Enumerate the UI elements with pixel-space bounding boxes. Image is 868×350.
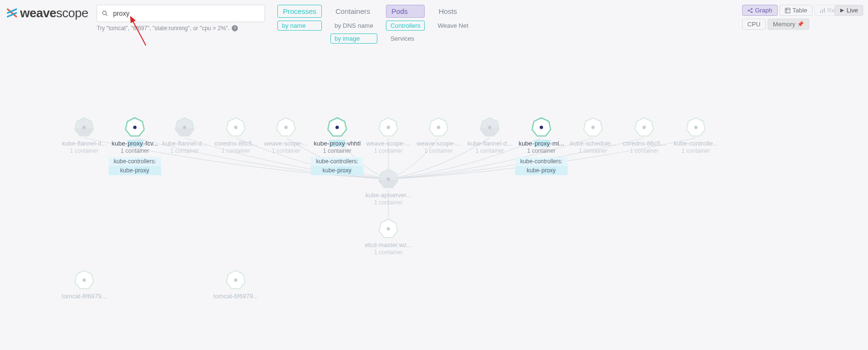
pod-sublabel: 1 container <box>362 147 415 154</box>
topo-pods-services[interactable]: Services <box>386 34 425 44</box>
pod-icon <box>275 117 297 138</box>
match-meta: kube-controllers: kube-proxy <box>109 157 161 175</box>
logo-light: scope <box>56 6 88 20</box>
pod-icon <box>74 117 95 138</box>
topo-hosts-weavenet[interactable]: Weave Net <box>433 21 472 31</box>
search-icon <box>102 10 108 17</box>
pod-sublabel: 1 container <box>362 249 415 256</box>
pod-icon <box>685 117 706 138</box>
pod-sublabel: 1 container <box>618 147 670 154</box>
pod-node[interactable]: kube-proxy-ml... 1 container kube-contro… <box>515 117 568 175</box>
pod-label: kube-proxy-vhhtl <box>311 140 363 147</box>
svg-rect-10 <box>820 11 821 13</box>
pod-node[interactable]: kube-flannel-d... 1 container <box>58 117 110 154</box>
pod-icon <box>531 117 552 138</box>
topo-processes-by-name[interactable]: by name <box>277 21 321 31</box>
pod-sublabel: 1 container <box>209 147 262 154</box>
pod-node[interactable]: weave-scope-... 1 container <box>412 117 465 154</box>
help-icon[interactable]: ? <box>231 25 238 32</box>
pod-node[interactable]: coredns-86c5... 1 container <box>209 117 262 154</box>
metric-cpu[interactable]: CPU <box>742 19 766 30</box>
svg-text:?: ? <box>233 26 236 31</box>
topo-pods-controllers[interactable]: Controllers <box>386 21 425 31</box>
pod-node[interactable]: kube-flannel-d... 1 container <box>463 117 516 154</box>
pod-label: weave-scope-... <box>412 140 465 147</box>
pod-icon <box>378 117 399 138</box>
topo-containers-by-dns[interactable]: by DNS name <box>330 21 378 31</box>
pod-sublabel: 1 container <box>670 147 722 154</box>
pod-node[interactable]: coredns-86c5... 1 container <box>618 117 670 154</box>
match-meta: kube-controllers: kube-proxy <box>311 157 363 175</box>
pod-icon <box>378 218 399 239</box>
search-input[interactable] <box>112 9 260 18</box>
pod-sublabel: 1 container <box>412 147 465 154</box>
pod-icon <box>634 117 655 138</box>
pod-node[interactable]: kube-flannel-d... 1 container <box>158 117 211 154</box>
pod-sublabel: 1 container <box>567 147 619 154</box>
pod-sublabel: 1 container <box>515 147 568 154</box>
pod-label: kube-flannel-d... <box>58 140 110 147</box>
resources-icon <box>820 8 825 13</box>
search-box[interactable] <box>97 5 265 22</box>
pod-sublabel: 1 container <box>58 147 110 154</box>
pod-label: kube-controlle... <box>670 140 722 147</box>
pod-node[interactable]: kube-apiserver... 1 container <box>362 169 415 206</box>
pod-node[interactable]: etcd-master.wz... 1 container <box>362 218 415 256</box>
pod-sublabel: 1 container <box>463 147 516 154</box>
pod-label: coredns-86c5... <box>618 140 670 147</box>
pod-node[interactable]: weave-scope-... 1 container <box>362 117 415 154</box>
logo-icon <box>6 7 18 19</box>
pod-label: weave-scope-... <box>260 140 312 147</box>
svg-point-0 <box>103 11 107 15</box>
topo-containers-by-image[interactable]: by image <box>330 34 378 44</box>
metric-memory[interactable]: Memory 📌 <box>768 19 809 30</box>
play-icon <box>840 8 845 13</box>
logo: weavescope <box>6 5 88 21</box>
svg-rect-7 <box>785 8 790 13</box>
header: weavescope Try "tomcat", "6f697", "state… <box>0 0 868 44</box>
pod-label: kube-flannel-d... <box>463 140 516 147</box>
pod-icon <box>225 117 246 138</box>
pod-label: kube-flannel-d... <box>158 140 211 147</box>
pod-node[interactable]: tomcat-6f6979... <box>58 270 110 300</box>
pod-label: kube-proxy-fcv... <box>109 140 161 147</box>
pod-node[interactable]: kube-proxy-fcv... 1 container kube-contr… <box>109 117 161 175</box>
topo-pods[interactable]: Pods <box>386 5 425 18</box>
view-table[interactable]: Table <box>780 5 813 16</box>
pod-icon <box>327 117 348 138</box>
logo-bold: weave <box>20 6 56 20</box>
pod-sublabel: 1 container <box>362 199 415 206</box>
pod-node[interactable]: weave-scope-... 1 container <box>260 117 312 154</box>
match-meta: kube-controllers: kube-proxy <box>515 157 568 175</box>
pod-label: kube-schedule... <box>567 140 619 147</box>
pod-sublabel: 1 container <box>158 147 211 154</box>
pin-icon: 📌 <box>797 21 804 27</box>
pod-icon <box>582 117 604 138</box>
svg-rect-12 <box>824 8 825 13</box>
pod-label: weave-scope-... <box>362 140 415 147</box>
pod-sublabel: 1 container <box>109 147 161 154</box>
pod-label: tomcat-6f6979... <box>209 293 262 300</box>
pod-icon <box>174 117 195 138</box>
pod-sublabel: 1 container <box>260 147 312 154</box>
pod-icon <box>378 169 399 190</box>
pod-label: tomcat-6f6979... <box>58 293 110 300</box>
table-icon <box>785 8 791 13</box>
pod-node[interactable]: tomcat-6f6979... <box>209 270 262 300</box>
pod-node[interactable]: kube-schedule... 1 container <box>567 117 619 154</box>
pod-icon <box>428 117 449 138</box>
pod-node[interactable]: kube-controlle... 1 container <box>670 117 722 154</box>
live-button[interactable]: Live <box>835 5 863 16</box>
pod-icon <box>124 117 145 138</box>
svg-line-1 <box>106 14 108 16</box>
pod-node[interactable]: kube-proxy-vhhtl 1 container kube-contro… <box>311 117 363 175</box>
search-hint: Try "tomcat", "6f697", "state:running", … <box>97 25 265 32</box>
topo-processes[interactable]: Processes <box>277 5 321 18</box>
svg-rect-11 <box>822 9 823 13</box>
view-graph[interactable]: Graph <box>742 5 778 16</box>
pod-icon <box>479 117 500 138</box>
pod-label: kube-proxy-ml... <box>515 140 568 147</box>
pod-label: kube-apiserver... <box>362 192 415 199</box>
topo-containers[interactable]: Containers <box>330 5 378 18</box>
topo-hosts[interactable]: Hosts <box>433 5 472 18</box>
